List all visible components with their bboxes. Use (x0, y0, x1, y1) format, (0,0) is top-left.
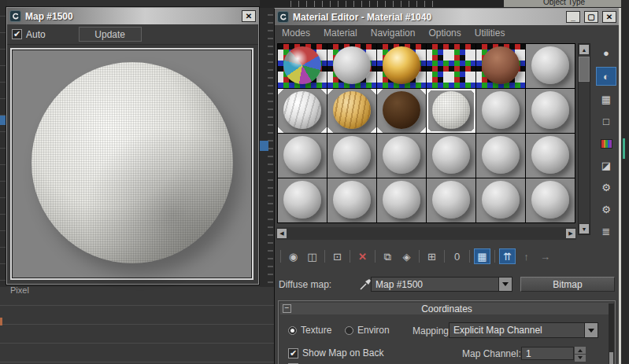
material-map-navigator-button[interactable]: ≣ (598, 223, 615, 240)
texture-radio[interactable] (288, 326, 297, 335)
update-button[interactable]: Update (79, 27, 142, 42)
map-channel-spinner[interactable]: 1 (521, 347, 586, 360)
make-unique-button[interactable]: ◈ (398, 248, 415, 264)
background-icon: ▦ (601, 94, 611, 105)
show-end-result-button[interactable]: ⇈ (499, 248, 516, 264)
sample-slot[interactable] (476, 89, 525, 133)
minimize-button[interactable]: _ (566, 11, 580, 23)
sample-slot[interactable] (377, 134, 426, 178)
collapse-icon[interactable]: − (283, 304, 291, 313)
assign-material-to-selection-button[interactable]: ⊡ (329, 248, 346, 264)
map-name-dropdown[interactable]: Map #1500 (371, 277, 512, 292)
menu-material[interactable]: Material (324, 28, 357, 39)
make-preview-button[interactable]: ◪ (598, 157, 615, 174)
sample-slot[interactable] (476, 178, 525, 222)
reset-map-mtl-to-default-button[interactable]: ✕ (354, 248, 371, 264)
sample-slot[interactable] (327, 44, 376, 88)
material-id-channel-icon: 0 (454, 252, 460, 262)
put-material-to-scene-button[interactable]: ◫ (304, 248, 320, 264)
bitmap-type-button[interactable]: Bitmap (520, 277, 615, 292)
environ-label: Environ (357, 325, 390, 336)
map-window-titlebar[interactable]: Map #1500 ✕ (7, 8, 258, 24)
sample-slot[interactable] (377, 44, 426, 88)
go-forward-to-sibling-button[interactable]: → (537, 248, 553, 264)
sample-slot[interactable] (526, 89, 575, 133)
close-button[interactable]: ✕ (602, 11, 616, 23)
material-sample-sphere (283, 46, 321, 84)
sample-slot[interactable] (427, 134, 475, 178)
sample-slot[interactable] (278, 178, 327, 222)
dropdown-arrow-icon[interactable] (584, 323, 598, 337)
menu-utilities[interactable]: Utilities (475, 28, 505, 39)
options-button[interactable]: ⚙ (598, 179, 615, 196)
environ-radio-group[interactable]: Environ (345, 325, 390, 336)
sample-slot[interactable] (278, 44, 327, 88)
maximize-button[interactable]: ▢ (584, 11, 598, 23)
texture-radio-group[interactable]: Texture (288, 325, 331, 336)
show-map-on-back-group[interactable]: ✔ Show Map on Back (288, 347, 383, 358)
make-material-copy-button[interactable]: ⧉ (379, 248, 396, 264)
sample-slot[interactable] (327, 134, 376, 178)
object-type-label: Object Type (543, 0, 585, 6)
hot-material-corners-icon (327, 89, 376, 133)
spinner-down-button[interactable] (575, 355, 586, 362)
scroll-down-button[interactable]: ▼ (579, 223, 590, 234)
video-color-check-button[interactable] (598, 135, 615, 152)
dropdown-arrow-icon[interactable] (498, 278, 512, 291)
scroll-up-button[interactable]: ▲ (579, 44, 590, 55)
sample-slot[interactable] (427, 44, 475, 88)
get-material-button[interactable]: ◉ (285, 248, 302, 264)
go-to-parent-button[interactable]: ↑ (518, 248, 535, 264)
palette-vertical-scrollbar[interactable]: ▲ ▼ (578, 43, 590, 235)
sample-uv-tiling-button[interactable]: □ (598, 113, 615, 130)
backlight-button[interactable]: ◐ (596, 67, 616, 86)
menu-navigation[interactable]: Navigation (371, 28, 416, 39)
toolbar-separator (444, 250, 445, 263)
sample-slot[interactable] (526, 44, 575, 88)
menu-modes[interactable]: Modes (282, 28, 310, 39)
assign-material-to-selection-icon: ⊡ (333, 252, 342, 262)
select-by-material-button[interactable]: ⚙ (598, 201, 615, 218)
backlight-icon: ◐ (603, 72, 609, 82)
material-editor-titlebar[interactable]: Material Editor - Material #1040 _ ▢ ✕ (275, 9, 619, 25)
sample-slot[interactable] (327, 178, 376, 222)
background-button[interactable]: ▦ (598, 91, 615, 108)
mapping-dropdown[interactable]: Explicit Map Channel (449, 322, 598, 338)
material-id-channel-button[interactable]: 0 (449, 248, 465, 264)
auto-checkbox[interactable]: ✔ (12, 29, 22, 39)
sample-slot[interactable] (476, 134, 525, 178)
diffuse-map-row: Diffuse map: Map #1500 Bitmap (275, 276, 617, 293)
scroll-left-button[interactable]: ◀ (276, 228, 287, 239)
sample-slot[interactable] (427, 89, 475, 133)
sample-slot[interactable] (377, 178, 426, 222)
sample-palette (277, 43, 575, 223)
material-sample-sphere (333, 136, 371, 174)
show-end-result-icon: ⇈ (503, 252, 512, 262)
scroll-right-button[interactable]: ▶ (565, 228, 576, 239)
map-channel-value[interactable]: 1 (521, 347, 574, 360)
rollout-scrollbar[interactable] (609, 303, 614, 364)
menu-options[interactable]: Options (428, 28, 461, 39)
diffuse-map-label: Diffuse map: (279, 279, 331, 290)
sample-slot[interactable] (377, 89, 426, 133)
environ-radio[interactable] (345, 326, 353, 335)
sample-slot[interactable] (526, 134, 575, 178)
put-to-library-button[interactable]: ⊞ (424, 248, 440, 264)
sample-slot[interactable] (427, 178, 475, 222)
sample-slot[interactable] (526, 178, 575, 222)
sample-slot[interactable] (476, 44, 525, 88)
coordinates-rollout-header[interactable]: − Coordinates (280, 303, 613, 314)
coordinates-title: Coordinates (421, 303, 472, 314)
show-map-on-back-checkbox[interactable]: ✔ (288, 348, 298, 358)
map-window-close-button[interactable]: ✕ (242, 10, 256, 22)
material-sample-sphere (333, 46, 371, 84)
sample-slot[interactable] (327, 89, 376, 133)
palette-horizontal-scrollbar[interactable]: ◀ ▶ (276, 227, 576, 240)
show-shaded-material-in-viewport-button[interactable]: ▦ (474, 248, 490, 264)
sample-slot[interactable] (278, 89, 327, 133)
rollout-scroll-thumb[interactable] (609, 352, 613, 364)
sample-type-sphere-button[interactable]: ● (598, 45, 615, 61)
sample-slot[interactable] (278, 134, 327, 178)
vertical-scroll-thumb[interactable] (579, 57, 590, 82)
spinner-up-button[interactable] (575, 347, 586, 354)
